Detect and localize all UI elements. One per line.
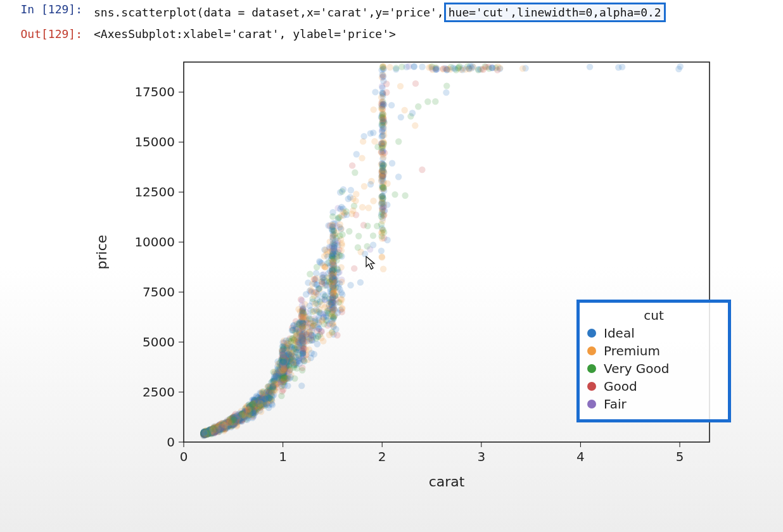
svg-point-2482 bbox=[379, 129, 385, 135]
svg-point-2619 bbox=[262, 396, 268, 402]
legend-label: Good bbox=[604, 379, 637, 394]
legend-swatch bbox=[587, 329, 596, 338]
svg-point-1876 bbox=[364, 223, 371, 229]
svg-point-2578 bbox=[281, 365, 287, 371]
svg-point-2321 bbox=[456, 63, 462, 70]
svg-point-2609 bbox=[319, 318, 325, 324]
svg-point-193 bbox=[346, 228, 352, 234]
legend-item: Very Good bbox=[587, 361, 720, 376]
svg-point-2485 bbox=[348, 211, 355, 217]
svg-point-2576 bbox=[311, 276, 317, 282]
svg-point-2550 bbox=[244, 417, 250, 423]
code-highlighted-args: hue='cut',linewidth=0,alpha=0.2 bbox=[444, 3, 666, 22]
svg-point-2545 bbox=[298, 320, 305, 326]
svg-text:12500: 12500 bbox=[134, 184, 175, 200]
svg-point-2401 bbox=[360, 133, 367, 139]
svg-point-2556 bbox=[329, 318, 335, 324]
svg-text:1: 1 bbox=[279, 449, 287, 464]
svg-point-2337 bbox=[379, 64, 386, 70]
svg-point-2461 bbox=[319, 301, 325, 308]
svg-point-2546 bbox=[310, 323, 316, 329]
svg-text:3: 3 bbox=[477, 449, 485, 464]
svg-point-933 bbox=[352, 169, 358, 175]
legend-label: Fair bbox=[604, 396, 627, 412]
svg-point-2519 bbox=[384, 180, 390, 187]
svg-point-2467 bbox=[332, 300, 338, 306]
svg-point-2559 bbox=[349, 162, 355, 168]
legend-swatch bbox=[587, 382, 596, 391]
svg-point-2340 bbox=[322, 292, 329, 298]
svg-point-1854 bbox=[334, 332, 340, 338]
svg-point-1719 bbox=[337, 221, 343, 227]
svg-point-2405 bbox=[320, 262, 326, 269]
svg-point-2422 bbox=[315, 333, 321, 339]
code-line[interactable]: sns.scatterplot(data = dataset,x='carat'… bbox=[94, 3, 666, 22]
svg-text:2500: 2500 bbox=[143, 384, 175, 400]
svg-point-2080 bbox=[388, 102, 395, 108]
x-axis-label: carat bbox=[429, 474, 465, 490]
svg-point-2586 bbox=[316, 285, 322, 291]
svg-point-2457 bbox=[338, 240, 345, 246]
svg-point-2437 bbox=[296, 360, 303, 367]
svg-point-2622 bbox=[379, 205, 386, 212]
svg-point-2597 bbox=[309, 332, 315, 338]
svg-point-1079 bbox=[443, 89, 449, 96]
legend-swatch bbox=[587, 400, 596, 408]
legend-title: cut bbox=[587, 308, 720, 323]
svg-point-2600 bbox=[309, 288, 315, 294]
svg-point-2625 bbox=[330, 290, 336, 296]
svg-text:17500: 17500 bbox=[134, 84, 175, 99]
svg-point-1510 bbox=[361, 183, 367, 189]
svg-point-1473 bbox=[675, 66, 682, 72]
output-text: <AxesSubplot:xlabel='carat', ylabel='pri… bbox=[94, 27, 396, 41]
y-ticks: 025005000750010000125001500017500 bbox=[134, 84, 184, 450]
svg-point-1864 bbox=[299, 367, 305, 373]
svg-point-686 bbox=[298, 383, 305, 389]
svg-point-1824 bbox=[347, 282, 353, 288]
svg-point-2215 bbox=[415, 103, 421, 110]
svg-text:10000: 10000 bbox=[134, 234, 175, 250]
svg-point-2604 bbox=[269, 390, 276, 396]
svg-point-265 bbox=[419, 63, 425, 70]
code-plain: sns.scatterplot(data = dataset,x='carat'… bbox=[94, 6, 437, 19]
svg-point-1689 bbox=[409, 110, 416, 116]
svg-point-2567 bbox=[298, 297, 305, 303]
svg-point-2539 bbox=[443, 66, 450, 73]
svg-point-2244 bbox=[336, 281, 343, 287]
svg-point-2352 bbox=[331, 306, 338, 312]
legend-swatch bbox=[587, 364, 596, 373]
svg-point-2626 bbox=[269, 383, 276, 390]
svg-point-2015 bbox=[359, 204, 366, 210]
svg-point-1052 bbox=[348, 187, 354, 193]
output-cell: Out[129]: <AxesSubplot:xlabel='carat', y… bbox=[0, 25, 783, 43]
svg-point-1050 bbox=[353, 151, 360, 157]
svg-point-303 bbox=[370, 232, 376, 239]
svg-point-1556 bbox=[389, 160, 395, 167]
svg-point-2623 bbox=[226, 419, 232, 425]
svg-point-2627 bbox=[326, 275, 332, 281]
svg-point-2593 bbox=[239, 412, 245, 418]
svg-text:2: 2 bbox=[378, 449, 386, 464]
svg-point-2610 bbox=[250, 401, 257, 407]
x-ticks: 012345 bbox=[180, 442, 684, 464]
svg-point-1697 bbox=[362, 251, 368, 257]
svg-point-96 bbox=[587, 63, 593, 70]
legend-label: Ideal bbox=[604, 326, 635, 341]
svg-point-2013 bbox=[367, 246, 373, 253]
svg-point-2119 bbox=[494, 66, 500, 73]
svg-point-2454 bbox=[338, 204, 345, 210]
svg-point-2598 bbox=[329, 234, 336, 241]
svg-point-2606 bbox=[324, 253, 331, 260]
svg-point-1979 bbox=[379, 84, 385, 91]
svg-point-2059 bbox=[424, 98, 431, 104]
svg-point-2421 bbox=[329, 213, 336, 220]
input-cell: In [129]: sns.scatterplot(data = dataset… bbox=[0, 0, 783, 25]
svg-point-2290 bbox=[378, 193, 385, 200]
svg-point-2373 bbox=[300, 350, 306, 356]
svg-point-2501 bbox=[312, 301, 318, 307]
svg-point-2548 bbox=[280, 346, 286, 352]
svg-point-2617 bbox=[212, 426, 218, 433]
svg-point-2624 bbox=[201, 432, 208, 438]
svg-point-812 bbox=[378, 248, 385, 254]
svg-point-825 bbox=[371, 138, 378, 144]
